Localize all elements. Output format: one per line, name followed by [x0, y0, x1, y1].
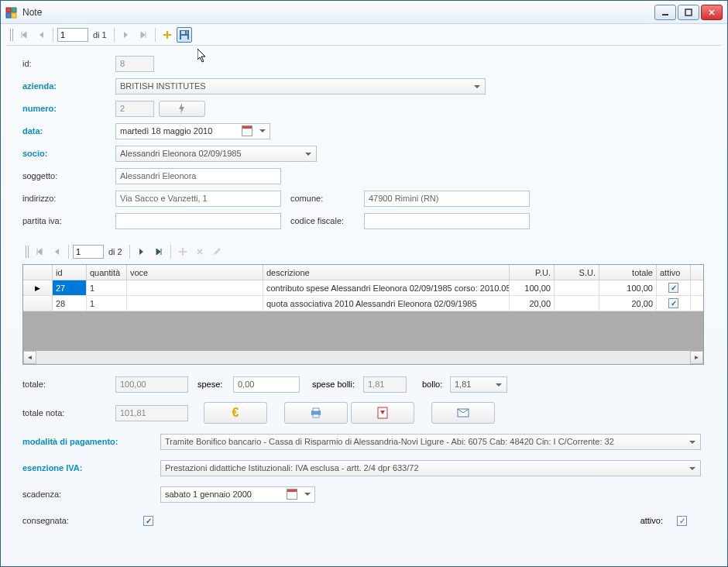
consegnata-label: consegnata:: [22, 516, 143, 525]
line-nav-next-button[interactable]: [134, 244, 149, 259]
data-datepicker[interactable]: martedì 18 maggio 2010: [115, 123, 270, 139]
row-indicator: ▶: [23, 280, 53, 295]
azienda-label: azienda:: [22, 81, 115, 91]
soggetto-field[interactable]: [115, 168, 281, 184]
svg-rect-11: [313, 408, 319, 411]
totale-nota-field: [115, 405, 188, 421]
comune-field[interactable]: [364, 191, 530, 207]
generate-button[interactable]: [159, 101, 205, 117]
spese-field[interactable]: [233, 376, 300, 393]
lines-grid[interactable]: id quantità voce descrizione P.U. S.U. t…: [22, 264, 704, 365]
totale-field: [115, 376, 188, 393]
id-field: [115, 56, 154, 72]
line-nav-prev-button[interactable]: [49, 244, 64, 259]
line-add-button[interactable]: [175, 244, 191, 259]
calendar-icon: [287, 489, 297, 500]
totale-nota-label: totale nota:: [22, 408, 115, 418]
nav-first-button[interactable]: [16, 27, 32, 43]
col-voce[interactable]: voce: [127, 265, 263, 280]
col-quantita[interactable]: quantità: [87, 265, 127, 280]
col-attivo[interactable]: attivo: [657, 265, 691, 280]
record-navigator: di 1: [7, 24, 721, 46]
email-button[interactable]: [431, 402, 495, 424]
row-attivo-checkbox[interactable]: [668, 298, 678, 308]
window-title: Note: [22, 7, 42, 18]
euro-button[interactable]: €: [204, 402, 267, 424]
col-su[interactable]: S.U.: [555, 265, 599, 280]
line-nav-first-button[interactable]: [32, 244, 47, 259]
spese-bolli-label: spese bolli:: [312, 380, 363, 389]
window: Note di 1 id:: [0, 0, 728, 567]
svg-rect-3: [12, 13, 16, 18]
cf-label: codice fiscale:: [290, 216, 364, 225]
table-row[interactable]: ▶ 27 1 contributo spese Alessandri Eleon…: [23, 280, 703, 296]
nav-next-button[interactable]: [118, 27, 134, 43]
grid-scrollbar[interactable]: ◄ ►: [23, 351, 703, 364]
spese-label: spese:: [197, 380, 233, 389]
svg-rect-8: [181, 36, 187, 40]
minimize-button[interactable]: [654, 5, 676, 20]
totale-label: totale:: [22, 380, 115, 389]
print-button[interactable]: [284, 402, 348, 424]
line-edit-button[interactable]: [209, 244, 225, 259]
svg-rect-9: [185, 31, 187, 34]
socio-combo[interactable]: Alessandri Eleonora 02/09/1985: [115, 146, 317, 162]
esenzione-combo[interactable]: Prestazioni didattiche Istituzionali: IV…: [160, 460, 701, 476]
azienda-combo[interactable]: BRITISH INSTITUTES: [115, 78, 486, 94]
piva-field[interactable]: [115, 213, 281, 229]
socio-label: socio:: [22, 149, 115, 158]
table-row[interactable]: 28 1 quota associativa 2010 Alessandri E…: [23, 296, 703, 311]
col-id[interactable]: id: [53, 265, 87, 280]
indirizzo-field[interactable]: [115, 191, 281, 207]
nav-position-input[interactable]: [57, 28, 88, 42]
nav-prev-button[interactable]: [33, 27, 49, 43]
numero-label: numero:: [22, 104, 115, 113]
svg-rect-0: [6, 8, 11, 12]
line-delete-button[interactable]: [192, 244, 208, 259]
col-descrizione[interactable]: descrizione: [263, 265, 510, 280]
indirizzo-label: indirizzo:: [22, 194, 115, 203]
line-navigator: di 2: [22, 241, 704, 263]
spese-bolli-field: [363, 376, 407, 393]
toolbar-grip: [10, 29, 15, 41]
svg-rect-5: [685, 9, 692, 15]
scadenza-datepicker[interactable]: sabato 1 gennaio 2000: [160, 486, 315, 503]
id-label: id:: [22, 59, 115, 68]
nav-add-button[interactable]: [160, 27, 175, 43]
esenzione-label: esenzione IVA:: [22, 463, 160, 472]
pdf-button[interactable]: [351, 402, 414, 424]
svg-rect-4: [662, 14, 668, 15]
comune-label: comune:: [290, 194, 364, 203]
line-nav-last-button[interactable]: [151, 244, 167, 259]
attivo-label: attivo:: [640, 516, 663, 525]
data-label: data:: [22, 126, 115, 136]
svg-rect-2: [6, 13, 11, 18]
piva-label: partita iva:: [22, 216, 115, 225]
line-nav-position-input[interactable]: [73, 245, 104, 259]
consegnata-checkbox[interactable]: [143, 516, 153, 526]
col-pu[interactable]: P.U.: [510, 265, 555, 280]
col-totale[interactable]: totale: [599, 265, 657, 280]
modalita-label: modalità di pagamento:: [22, 437, 160, 446]
app-icon: [5, 6, 18, 19]
close-button[interactable]: [701, 5, 723, 20]
modalita-combo[interactable]: Tramite Bonifico bancario - Cassa di Ris…: [160, 434, 701, 450]
bollo-combo[interactable]: 1,81: [450, 376, 507, 393]
scroll-left-button[interactable]: ◄: [23, 351, 36, 364]
toolbar-grip: [26, 246, 30, 258]
calendar-icon: [242, 125, 252, 136]
svg-rect-12: [313, 414, 319, 418]
bollo-label: bollo:: [422, 380, 450, 389]
svg-rect-1: [12, 8, 16, 12]
soggetto-label: soggetto:: [22, 171, 115, 180]
attivo-checkbox: [677, 516, 687, 526]
cf-field[interactable]: [364, 213, 530, 229]
maximize-button[interactable]: [678, 5, 699, 20]
line-nav-count-text: di 2: [105, 247, 125, 256]
scadenza-label: scadenza:: [22, 490, 160, 499]
titlebar[interactable]: Note: [1, 1, 727, 24]
nav-save-button[interactable]: [177, 27, 192, 43]
scroll-right-button[interactable]: ►: [690, 351, 703, 364]
nav-last-button[interactable]: [136, 27, 151, 43]
row-attivo-checkbox[interactable]: [668, 283, 678, 293]
